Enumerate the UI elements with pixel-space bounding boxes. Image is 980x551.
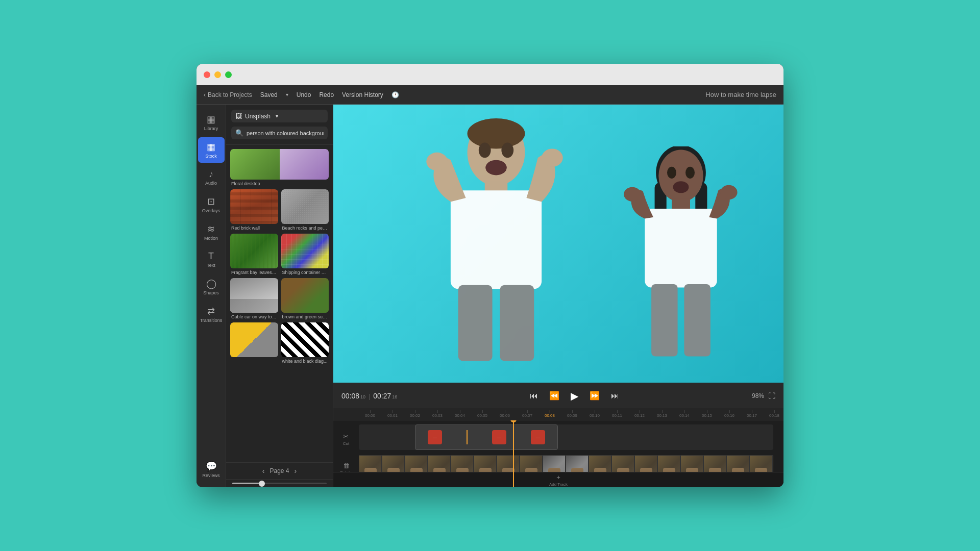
svg-point-18 [721, 185, 738, 199]
clip-container[interactable]: — — — [415, 424, 558, 450]
traffic-lights [204, 71, 232, 78]
search-bar[interactable]: 🔍 [231, 127, 328, 139]
play-pause-button[interactable]: ▶ [569, 388, 580, 404]
stock-item-floral[interactable]: Floral desktop [230, 149, 329, 186]
stock-item-cable[interactable]: Cable car on way to ... [230, 278, 278, 319]
ruler-mark-12: 00:12 [628, 410, 651, 418]
skip-to-start-button[interactable]: ⏮ [528, 389, 540, 403]
version-history-icon: 🕐 [391, 91, 399, 98]
search-icon: 🔍 [235, 129, 243, 137]
clip-marker-2[interactable]: — [492, 430, 506, 444]
svg-rect-10 [500, 285, 534, 361]
svg-rect-23 [684, 284, 710, 356]
svg-rect-3 [451, 190, 542, 289]
ruler-mark-8: 00:08 [538, 410, 561, 418]
sidebar-item-overlays[interactable]: ⊡ Overlays [198, 192, 225, 217]
svg-point-17 [624, 187, 641, 201]
current-frame: 10 [360, 394, 365, 399]
sidebar-label-transitions: Transitions [200, 318, 223, 323]
svg-point-5 [542, 149, 563, 167]
stock-item-rocks[interactable]: Beach rocks and peb... [281, 189, 329, 231]
zoom-slider-thumb[interactable] [259, 481, 265, 487]
sidebar-item-library[interactable]: ▦ Library [198, 110, 225, 135]
svg-point-1 [467, 118, 525, 148]
ruler-mark-10: 00:10 [583, 410, 606, 418]
sidebar-label-overlays: Overlays [202, 208, 220, 213]
video-background [333, 105, 783, 383]
ruler-mark-16: 00:16 [718, 410, 741, 418]
stock-label-floral: Floral desktop [230, 181, 329, 186]
total-time: 00:27 [373, 392, 391, 400]
sidebar-item-stock[interactable]: ▦ Stock [198, 137, 225, 163]
maximize-button[interactable] [225, 71, 232, 78]
clip-marker-1[interactable]: — [428, 430, 442, 444]
sidebar-item-motion[interactable]: ≋ Motion [198, 219, 225, 245]
ruler-mark-17: 00:17 [741, 410, 763, 418]
sidebar-item-text[interactable]: T Text [198, 247, 225, 272]
saved-dropdown-icon[interactable]: ▾ [286, 92, 288, 97]
ruler-mark-11: 00:11 [606, 410, 628, 418]
svg-rect-22 [652, 284, 678, 356]
video-preview [333, 105, 783, 383]
sidebar: ▦ Library ▦ Stock ♪ Audio ⊡ Overlays ≋ M… [197, 105, 226, 487]
zoom-slider-fill [232, 483, 261, 484]
skip-to-end-button[interactable]: ⏭ [609, 389, 621, 403]
library-icon: ▦ [207, 114, 215, 125]
stock-label-cable: Cable car on way to ... [230, 314, 278, 319]
cut-button[interactable]: ✂ Cut [343, 433, 349, 446]
fullscreen-button[interactable]: ⛶ [768, 392, 775, 400]
search-input[interactable] [247, 130, 324, 136]
controls-bar: 00:08 10 | 00:27 16 ⏮ ⏪ ▶ ⏩ ⏭ 98% ⛶ [333, 383, 783, 408]
sidebar-label-audio: Audio [205, 181, 217, 186]
playhead[interactable] [513, 420, 514, 487]
stock-item-yellow[interactable] [230, 322, 278, 364]
menu-bar: ‹ Back to Projects Saved ▾ Undo Redo Ver… [197, 85, 783, 105]
ruler-mark-2: 00:02 [404, 410, 426, 418]
rewind-button[interactable]: ⏪ [547, 389, 561, 403]
source-selector[interactable]: 🖼 Unsplash ▾ [231, 110, 328, 122]
redo-button[interactable]: Redo [319, 91, 334, 98]
total-frame: 16 [392, 394, 397, 399]
text-icon: T [208, 251, 214, 262]
sidebar-item-reviews[interactable]: 💬 Reviews [198, 457, 225, 482]
stock-item-brick[interactable]: Red brick wall [230, 189, 278, 231]
ruler-mark-6: 00:06 [494, 410, 516, 418]
stock-item-browngreen[interactable]: brown and green sur... [281, 278, 329, 319]
sidebar-item-shapes[interactable]: ◯ Shapes [198, 274, 225, 299]
sidebar-label-library: Library [204, 126, 218, 131]
ruler-mark-9: 00:09 [561, 410, 583, 418]
preview-area: 00:08 10 | 00:27 16 ⏮ ⏪ ▶ ⏩ ⏭ 98% ⛶ [333, 105, 783, 487]
ruler-mark-1: 00:01 [381, 410, 404, 418]
stock-item-leaves[interactable]: Fragrant bay leaves ... [230, 234, 278, 275]
stock-label-leaves: Fragrant bay leaves ... [230, 270, 278, 275]
minimize-button[interactable] [214, 71, 221, 78]
prev-page-button[interactable]: ‹ [262, 467, 265, 475]
clip-marker-3[interactable]: — [531, 430, 545, 444]
add-track-icon: + [556, 473, 560, 481]
stock-item-containers[interactable]: Shipping container p... [281, 234, 329, 275]
stock-item-bwdiag[interactable]: white and black diag... [281, 322, 329, 364]
fast-forward-button[interactable]: ⏩ [587, 389, 602, 403]
version-history-button[interactable]: Version History [342, 91, 383, 98]
audio-icon: ♪ [209, 169, 213, 180]
next-page-button[interactable]: › [295, 467, 297, 475]
close-button[interactable] [204, 71, 210, 78]
back-to-projects-button[interactable]: ‹ Back to Projects [204, 91, 252, 98]
sidebar-label-motion: Motion [204, 236, 218, 241]
undo-button[interactable]: Undo [297, 91, 311, 98]
current-time: 00:08 [341, 392, 359, 400]
ruler-mark-7: 00:07 [516, 410, 538, 418]
add-track-button[interactable]: + Add Track [549, 473, 568, 487]
svg-point-8 [485, 160, 507, 176]
svg-point-14 [659, 149, 703, 202]
back-label[interactable]: Back to Projects [208, 91, 252, 98]
project-title: How to make time lapse [705, 91, 776, 98]
svg-point-20 [685, 167, 695, 179]
timeline: 00:00 00:01 00:02 00:03 [333, 408, 783, 487]
stock-panel: 🖼 Unsplash ▾ 🔍 Floral desktop [226, 105, 333, 487]
sidebar-item-transitions[interactable]: ⇄ Transitions [198, 302, 225, 327]
sidebar-item-audio[interactable]: ♪ Audio [198, 165, 225, 190]
ruler-mark-13: 00:13 [651, 410, 673, 418]
source-name: Unsplash [245, 113, 271, 120]
cut-icon: ✂ [343, 433, 349, 440]
